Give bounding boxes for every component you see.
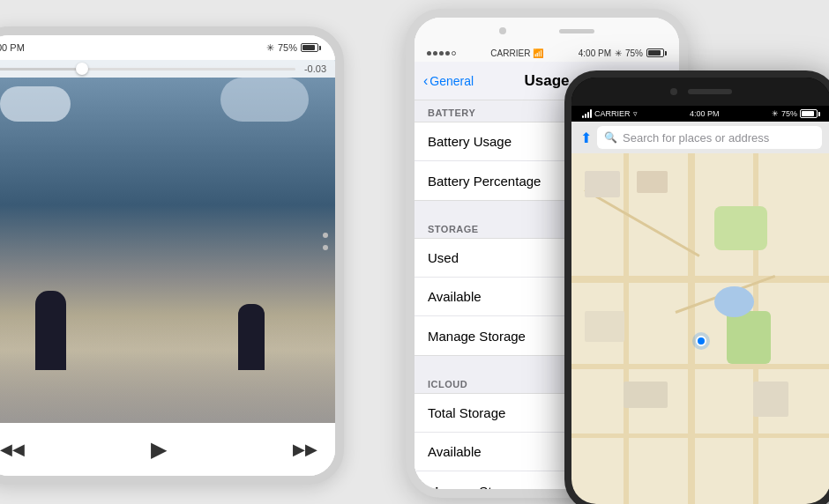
map-search-bar: ⬆ 🔍 Search for places or address [571, 122, 829, 153]
play-button[interactable]: ▶ [151, 437, 167, 462]
scrubber-track[interactable] [0, 68, 295, 70]
signal-dot [445, 51, 450, 56]
battery-usage-label: Battery Usage [428, 134, 512, 149]
building-block [624, 382, 668, 408]
cloud-decoration [0, 86, 71, 122]
tablet-device: 00 PM ✳ 75% [0, 26, 344, 485]
manage-storage-label: Manage Storage [428, 329, 526, 344]
signal-dot [439, 51, 444, 56]
building-block [637, 171, 668, 193]
rewind-button[interactable]: ◀◀ [0, 440, 25, 459]
front-status-right: ✳ 75% [772, 109, 820, 118]
search-icon: 🔍 [604, 131, 617, 144]
road-vertical [624, 153, 629, 504]
road-horizontal [571, 364, 829, 369]
carrier-group: CARRIER 📶 [490, 48, 543, 58]
chevron-left-icon: ‹ [423, 73, 428, 89]
front-carrier-label: CARRIER [594, 109, 631, 118]
front-camera [499, 27, 506, 34]
iphone-front-notch [571, 78, 829, 106]
front-battery-icon [800, 109, 820, 118]
status-time: 4:00 PM [579, 48, 611, 58]
tablet-battery-pct: 75% [278, 42, 297, 53]
bluetooth-icon: ✳ [615, 48, 622, 58]
building-block [753, 382, 788, 417]
road-horizontal [571, 434, 829, 438]
map-view[interactable] [571, 153, 829, 504]
front-battery-pct: 75% [781, 109, 797, 118]
figure-silhouette-left [35, 291, 66, 370]
battery-percentage-label: Battery Percentage [428, 174, 541, 189]
navigation-arrow-icon: ⬆ [580, 130, 592, 146]
scrubber-fill [0, 68, 82, 70]
front-time: 4:00 PM [690, 109, 720, 118]
signal-bars-icon [582, 109, 592, 118]
signal-dot [433, 51, 437, 56]
park-area [714, 206, 767, 250]
back-label: General [429, 74, 474, 88]
road-horizontal [571, 276, 829, 283]
tablet-status-left: 00 PM [0, 42, 25, 53]
video-background [0, 60, 335, 423]
user-location-dot [696, 336, 706, 346]
map-background [571, 153, 829, 504]
tablet-time: 00 PM [0, 42, 25, 53]
road-vertical [688, 153, 695, 504]
wifi-icon: 📶 [533, 48, 543, 58]
building-block [585, 311, 624, 342]
scrubber-thumb[interactable] [76, 63, 88, 75]
road-diagonal [584, 189, 699, 257]
front-speaker [688, 89, 732, 94]
sidebar-dots [323, 233, 328, 250]
earpiece-speaker [559, 29, 594, 33]
nav-title: Usage [524, 72, 569, 90]
search-input-area[interactable]: 🔍 Search for places or address [597, 126, 822, 149]
iphone-front: CARRIER ▿ 4:00 PM ✳ 75% ⬆ 🔍 Search for p… [564, 70, 829, 504]
battery-pct: 75% [625, 48, 643, 58]
iphone-notch [414, 18, 679, 44]
park-area [727, 311, 771, 364]
search-placeholder-text: Search for places or address [623, 131, 769, 145]
video-scrubber[interactable]: -0.03 [0, 60, 335, 78]
available-label: Available [428, 289, 482, 304]
tablet-controls: ◀◀ ▶ ▶▶ [0, 423, 335, 476]
front-signal-group: CARRIER ▿ [582, 109, 638, 118]
cloud-decoration [220, 78, 309, 122]
total-storage-label: Total Storage [428, 405, 505, 420]
building-block [585, 171, 620, 197]
signal-dot-empty [452, 51, 456, 56]
tablet-battery-icon [301, 43, 321, 52]
front-wifi-icon: ▿ [633, 109, 638, 118]
icloud-available-label: Available [428, 444, 482, 459]
fast-forward-button[interactable]: ▶▶ [293, 440, 317, 459]
icloud-manage-storage-label: Manage Storage [428, 484, 526, 490]
front-facing-camera [670, 88, 677, 95]
sidebar-dot [323, 245, 328, 250]
tablet-video-area: -0.03 [0, 60, 335, 423]
iphone-status-bar: CARRIER 📶 4:00 PM ✳ 75% [414, 44, 679, 62]
sidebar-dot [323, 233, 328, 238]
front-bluetooth-icon: ✳ [772, 109, 779, 118]
iphone-front-status-bar: CARRIER ▿ 4:00 PM ✳ 75% [571, 106, 829, 122]
tablet-status-right: ✳ 75% [266, 42, 321, 54]
signal-dots [427, 51, 456, 56]
carrier-label: CARRIER [490, 48, 530, 58]
status-right-group: 4:00 PM ✳ 75% [579, 48, 667, 58]
tablet-bluetooth-icon: ✳ [266, 42, 274, 54]
water-area [714, 286, 754, 317]
signal-dot [427, 51, 431, 56]
back-button[interactable]: ‹ General [423, 73, 474, 89]
used-label: Used [428, 250, 459, 265]
figure-silhouette-right [238, 304, 265, 370]
battery-icon [646, 48, 667, 57]
scrubber-time: -0.03 [304, 63, 326, 74]
tablet-status-bar: 00 PM ✳ 75% [0, 35, 335, 60]
